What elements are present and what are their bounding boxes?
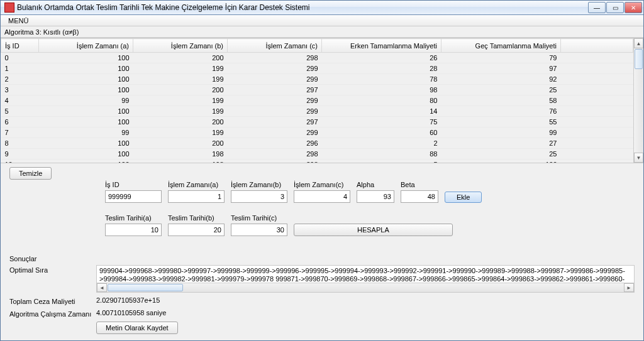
- cell-id: 4: [1, 95, 39, 106]
- cell-early: 60: [322, 127, 441, 138]
- save-text-button[interactable]: Metin Olarak Kaydet: [96, 322, 178, 334]
- col-late[interactable]: Geç Tamamlanma Maliyeti: [441, 39, 561, 53]
- table-row[interactable]: 4991992998058: [1, 95, 633, 106]
- add-button[interactable]: Ekle: [445, 192, 482, 203]
- cell-early: 75: [322, 117, 441, 127]
- maximize-button[interactable]: ▭: [606, 2, 624, 13]
- cell-a: 99: [39, 127, 133, 138]
- cell-early: 14: [322, 106, 441, 117]
- cell-late: 58: [441, 95, 561, 106]
- grid-vertical-scrollbar[interactable]: ▲ ▼: [633, 38, 643, 163]
- cell-early: 78: [322, 74, 441, 85]
- col-early[interactable]: Erken Tamamlanma Maliyeti: [322, 39, 441, 53]
- cell-c: 299: [228, 74, 322, 85]
- lbl-b: İşlem Zamanı(b): [231, 181, 287, 188]
- results-area: Sonuçlar Optimal Sıra 999904->999968->99…: [1, 252, 643, 340]
- cell-b: 200: [133, 85, 228, 95]
- cell-id: 1: [1, 63, 39, 74]
- scroll-right-arrow-icon[interactable]: ►: [624, 283, 634, 292]
- input-a[interactable]: [168, 190, 225, 203]
- col-id[interactable]: İş ID: [1, 39, 39, 53]
- table-row[interactable]: 11001992992897: [1, 63, 633, 74]
- table-row[interactable]: 01002002982679: [1, 53, 633, 63]
- scroll-left-arrow-icon[interactable]: ◄: [97, 283, 107, 292]
- table-row[interactable]: 91001982988825: [1, 149, 633, 160]
- table-row[interactable]: 7991992996099: [1, 127, 633, 138]
- table-row[interactable]: 51001992991476: [1, 106, 633, 117]
- scroll-up-arrow-icon[interactable]: ▲: [634, 38, 643, 48]
- cell-b: 200: [133, 138, 228, 149]
- cell-a: 100: [39, 74, 133, 85]
- table-row[interactable]: 21001992997892: [1, 74, 633, 85]
- lbl-alpha: Alpha: [357, 181, 394, 188]
- menubar: MENÜ: [1, 15, 643, 26]
- cell-a: 100: [39, 106, 133, 117]
- cell-c: 298: [228, 160, 322, 163]
- input-c[interactable]: [294, 190, 350, 203]
- cell-a: 100: [39, 149, 133, 160]
- sequence-horizontal-scrollbar[interactable]: ◄ ►: [97, 283, 634, 292]
- input-dc[interactable]: [231, 224, 287, 236]
- cell-id: 6: [1, 117, 39, 127]
- input-db[interactable]: [168, 224, 225, 236]
- app-window: Bulanık Ortamda Ortak Teslim Tarihli Tek…: [0, 0, 644, 341]
- optimal-label: Optimal Sıra: [9, 265, 96, 274]
- cell-late: 55: [441, 117, 561, 127]
- scroll-thumb[interactable]: [635, 49, 643, 69]
- cell-a: 100: [39, 117, 133, 127]
- input-form: İş ID İşlem Zamanı(a) İşlem Zamanı(b) İş…: [9, 180, 635, 236]
- scroll-down-arrow-icon[interactable]: ▼: [634, 153, 643, 163]
- col-a[interactable]: İşlem Zamanı (a): [39, 39, 133, 53]
- algorithm-label: Algoritma 3: Kısıtlı (α≠β): [4, 28, 79, 36]
- cell-id: 5: [1, 106, 39, 117]
- cell-early: 5: [322, 160, 441, 163]
- algorithm-selector[interactable]: Algoritma 3: Kısıtlı (α≠β): [1, 26, 643, 38]
- table-row[interactable]: 101001982985100: [1, 160, 633, 163]
- close-button[interactable]: ✕: [625, 2, 642, 13]
- minimize-button[interactable]: —: [588, 2, 606, 13]
- table-row[interactable]: 61002002977555: [1, 117, 633, 127]
- lbl-dc: Teslim Tarihi(c): [231, 214, 287, 222]
- cell-c: 299: [228, 127, 322, 138]
- input-b[interactable]: [231, 190, 287, 203]
- time-value: 4.00710105958 saniye: [96, 309, 166, 317]
- cell-late: 25: [441, 85, 561, 95]
- col-spacer: [561, 39, 633, 53]
- input-da[interactable]: [105, 224, 162, 236]
- cell-a: 100: [39, 53, 133, 63]
- optimal-sequence-box[interactable]: 999904->999968->999980->999997->999998->…: [96, 265, 635, 293]
- cell-late: 92: [441, 74, 561, 85]
- cell-a: 100: [39, 63, 133, 74]
- scroll-thumb-h[interactable]: [108, 284, 183, 291]
- input-beta[interactable]: [401, 190, 438, 203]
- cell-c: 297: [228, 85, 322, 95]
- cell-late: 100: [441, 160, 561, 163]
- table-row[interactable]: 31002002979825: [1, 85, 633, 95]
- clear-button[interactable]: Temizle: [9, 167, 52, 180]
- cost-label: Toplam Ceza Maliyeti: [9, 296, 96, 305]
- data-grid[interactable]: İş ID İşlem Zamanı (a) İşlem Zamanı (b) …: [1, 38, 633, 163]
- compute-button[interactable]: HESAPLA: [294, 224, 453, 236]
- app-icon: [4, 3, 14, 13]
- cell-c: 299: [228, 106, 322, 117]
- cell-id: 2: [1, 74, 39, 85]
- col-c[interactable]: İşlem Zamanı (c): [228, 39, 322, 53]
- results-heading: Sonuçlar: [9, 255, 635, 263]
- col-b[interactable]: İşlem Zamanı (b): [133, 39, 228, 53]
- cell-id: 7: [1, 127, 39, 138]
- input-alpha[interactable]: [357, 190, 394, 203]
- cell-late: 27: [441, 138, 561, 149]
- lbl-db: Teslim Tarihi(b): [168, 214, 225, 222]
- cell-early: 88: [322, 149, 441, 160]
- input-id[interactable]: [105, 190, 162, 203]
- cell-b: 199: [133, 95, 228, 106]
- cell-c: 299: [228, 95, 322, 106]
- titlebar: Bulanık Ortamda Ortak Teslim Tarihli Tek…: [1, 1, 643, 15]
- time-label: Algoritma Çalışma Zamanı: [9, 309, 96, 318]
- cell-a: 100: [39, 138, 133, 149]
- cell-early: 28: [322, 63, 441, 74]
- cell-a: 100: [39, 160, 133, 163]
- lbl-da: Teslim Tarihi(a): [105, 214, 162, 222]
- table-row[interactable]: 8100200296227: [1, 138, 633, 149]
- menu-item[interactable]: MENÜ: [4, 16, 32, 26]
